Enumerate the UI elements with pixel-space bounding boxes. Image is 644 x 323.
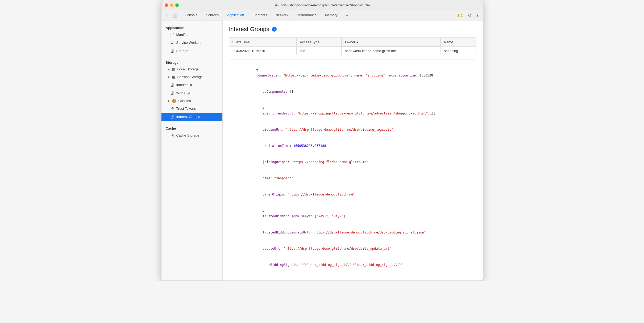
sidebar-item-cookies-label: Cookies — [178, 98, 191, 104]
tab-more[interactable]: » — [342, 10, 352, 20]
json-line-trustedbiddingkeys[interactable]: ▶ trustedBiddingSignalsKeys: ["key1", "k… — [229, 203, 476, 224]
cursor-icon-button[interactable]: ↖ — [164, 12, 171, 19]
tab-memory[interactable]: Memory — [321, 10, 342, 20]
tab-network[interactable]: Network — [271, 10, 293, 20]
json-line-trustedbiddingurl: trustedBiddingSignalsUrl: "https://dsp-f… — [229, 224, 476, 241]
devtools-window: DevTools - shopping-fledge-demo.glitch.m… — [161, 0, 483, 281]
tab-elements[interactable]: Elements — [248, 10, 271, 20]
interest-groups-icon: 🗄 — [170, 114, 174, 120]
sidebar-item-manifest-label: Manifest — [176, 32, 189, 38]
table-body: 22/03/2022, 10:50:16 join https://dsp-fl… — [229, 47, 476, 55]
sidebar-item-indexeddb[interactable]: 🗄 IndexedDB — [161, 81, 222, 89]
storage-app-icon: 🗄 — [170, 48, 174, 54]
device-icon-button[interactable]: ⬜ — [172, 12, 178, 19]
tab-performance[interactable]: Performance — [292, 10, 321, 20]
sidebar-item-session-storage-label: Session Storage — [177, 74, 203, 80]
sidebar-item-indexeddb-label: IndexedDB — [176, 82, 193, 88]
cell-owner: https://dsp-fledge-demo.glitch.me — [342, 47, 441, 55]
web-sql-icon: 🗄 — [170, 90, 174, 96]
json-root-line[interactable]: ▼ {ownerOrigin: "https://dsp-fledge-demo… — [229, 62, 476, 84]
page-title-row: Interest Groups i — [229, 26, 476, 33]
json-line-expirationtime: expirationTime: 1650538216.837188 — [229, 138, 476, 154]
minimize-button[interactable] — [170, 3, 173, 7]
json-line-adcomponents: adComponents: [] — [229, 84, 476, 100]
settings-button[interactable]: ⚙ — [467, 12, 473, 19]
json-line-ownerorigin: ownerOrigin: "https://dsp-fledge-demo.gl… — [229, 186, 476, 203]
col-owner[interactable]: Owner ▲ — [342, 38, 441, 46]
local-storage-icon: ▦ — [172, 67, 175, 72]
toolbar-right: ⚠ 1 ⚙ ⋮ — [455, 12, 481, 19]
main-layout: Application 📄 Manifest ⚙ Service Workers… — [161, 20, 483, 280]
col-access-type[interactable]: Access Type — [297, 38, 342, 47]
tab-sources[interactable]: Sources — [202, 10, 223, 20]
sidebar-item-trust-tokens[interactable]: 🗄 Trust Tokens — [161, 105, 222, 113]
sidebar-item-interest-groups[interactable]: 🗄 Interest Groups — [161, 113, 222, 121]
content-inner: Interest Groups i Event Time Access Type… — [223, 20, 483, 280]
sidebar-item-storage-app-label: Storage — [176, 48, 189, 54]
json-viewer: ▼ {ownerOrigin: "https://dsp-fledge-demo… — [229, 60, 476, 275]
sidebar-item-session-storage[interactable]: ▶ ▦ Session Storage — [161, 73, 222, 81]
table-header: Event Time Access Type Owner ▲ Name — [229, 38, 476, 47]
tab-application[interactable]: Application — [223, 10, 248, 20]
interest-groups-table: Event Time Access Type Owner ▲ Name 22/0… — [229, 37, 476, 55]
manifest-icon: 📄 — [170, 32, 174, 38]
sidebar-item-trust-tokens-label: Trust Tokens — [176, 106, 196, 112]
info-icon[interactable]: i — [272, 27, 277, 32]
sidebar-item-storage-app[interactable]: 🗄 Storage — [161, 47, 222, 55]
sidebar: Application 📄 Manifest ⚙ Service Workers… — [161, 20, 223, 280]
titlebar: DevTools - shopping-fledge-demo.glitch.m… — [161, 0, 483, 10]
json-root-toggle[interactable]: ▼ — [256, 68, 258, 72]
cookies-icon: 🍪 — [172, 98, 176, 104]
cookies-chevron: ▶ — [168, 99, 170, 103]
json-line-updateurl: updateUrl: "https://dsp-fledge-demo.glit… — [229, 241, 476, 257]
cell-name: shopping — [441, 47, 476, 55]
more-button[interactable]: ⋮ — [474, 12, 481, 19]
sidebar-item-web-sql[interactable]: 🗄 Web SQL — [161, 89, 222, 97]
json-line-joiningorigin: joiningOrigin: "https://shopping-fledge-… — [229, 154, 476, 170]
sort-arrow: ▲ — [356, 41, 359, 44]
local-storage-chevron: ▶ — [168, 67, 170, 72]
sidebar-item-manifest[interactable]: 📄 Manifest — [161, 31, 222, 39]
sidebar-item-local-storage-label: Local Storage — [177, 67, 199, 72]
sidebar-item-cookies[interactable]: ▶ 🍪 Cookies — [161, 97, 222, 105]
sidebar-item-web-sql-label: Web SQL — [176, 90, 191, 96]
json-line-userbiddingsignals: userBiddingSignals: "{\"user_bidding_sig… — [229, 257, 476, 273]
sidebar-divider-1 — [161, 57, 222, 57]
sidebar-section-cache: Cache — [161, 125, 222, 131]
json-ads-toggle[interactable]: ▶ — [263, 106, 264, 110]
sidebar-item-cache-storage-label: Cache Storage — [176, 133, 200, 138]
session-storage-icon: ▦ — [172, 74, 175, 80]
warning-icon: ⚠ — [457, 14, 460, 17]
window-controls — [165, 3, 179, 7]
sidebar-section-storage: Storage — [161, 60, 222, 66]
warning-count: 1 — [461, 14, 463, 17]
cell-access-type: join — [297, 47, 342, 55]
col-event-time[interactable]: Event Time — [229, 38, 297, 47]
json-line-name: name: "shopping" — [229, 170, 476, 186]
warning-badge[interactable]: ⚠ 1 — [455, 13, 465, 18]
json-line-biddingurl: biddingUrl: "https://dsp-fledge-demo.gli… — [229, 121, 476, 138]
cache-storage-icon: 🗄 — [170, 133, 174, 138]
page-title: Interest Groups — [229, 26, 269, 33]
sidebar-section-application: Application — [161, 25, 222, 31]
tab-bar: Console Sources Application Elements Net… — [181, 10, 455, 20]
table-row: 22/03/2022, 10:50:16 join https://dsp-fl… — [229, 47, 476, 55]
sidebar-item-cache-storage[interactable]: 🗄 Cache Storage — [161, 131, 222, 139]
sidebar-divider-2 — [161, 123, 222, 123]
session-storage-chevron: ▶ — [168, 75, 170, 79]
table-header-row: Event Time Access Type Owner ▲ Name — [229, 38, 476, 47]
toolbar-icons: ↖ ⬜ — [164, 12, 178, 19]
json-line-ads[interactable]: ▶ ads: [{renderUrl: "https://shopping-fl… — [229, 100, 476, 122]
tab-console[interactable]: Console — [181, 10, 202, 20]
sidebar-item-interest-groups-label: Interest Groups — [176, 114, 200, 120]
cell-event-time: 22/03/2022, 10:50:16 — [229, 47, 297, 55]
sidebar-item-local-storage[interactable]: ▶ ▦ Local Storage — [161, 66, 222, 73]
sidebar-item-service-workers[interactable]: ⚙ Service Workers — [161, 39, 222, 47]
indexeddb-icon: 🗄 — [170, 82, 174, 88]
sidebar-item-service-workers-label: Service Workers — [176, 40, 202, 46]
json-trustedbidding-toggle[interactable]: ▶ — [263, 209, 264, 213]
window-title: DevTools - shopping-fledge-demo.glitch.m… — [273, 3, 371, 7]
col-name[interactable]: Name — [441, 38, 476, 47]
close-button[interactable] — [165, 3, 168, 7]
maximize-button[interactable] — [175, 3, 179, 7]
